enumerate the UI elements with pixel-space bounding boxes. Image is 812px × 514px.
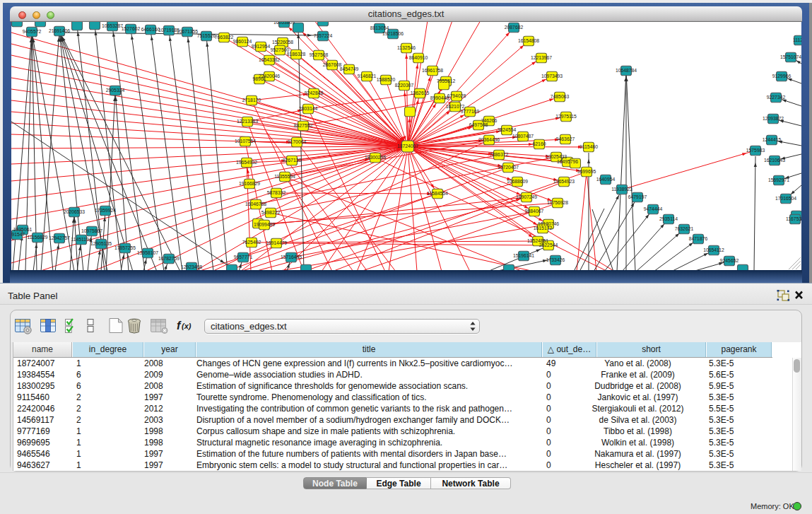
- svg-text:10973493: 10973493: [541, 74, 563, 78]
- svg-text:11451194: 11451194: [71, 237, 91, 242]
- svg-text:1362615: 1362615: [411, 90, 430, 95]
- svg-text:8454749: 8454749: [340, 66, 359, 71]
- svg-text:16543382: 16543382: [259, 57, 280, 62]
- svg-text:19218506: 19218506: [382, 31, 404, 36]
- svg-text:1733426: 1733426: [546, 257, 565, 262]
- svg-text:(x): (x): [182, 322, 192, 330]
- svg-text:11156829: 11156829: [27, 235, 47, 240]
- svg-text:12213383: 12213383: [237, 119, 258, 124]
- svg-text:2522544: 2522544: [539, 243, 558, 247]
- svg-text:1640954: 1640954: [596, 177, 616, 182]
- svg-text:21691406: 21691406: [49, 28, 70, 33]
- svg-text:18300295: 18300295: [365, 155, 386, 160]
- svg-text:6466160: 6466160: [141, 27, 160, 32]
- svg-text:1935061: 1935061: [13, 227, 33, 232]
- svg-text:1167533: 1167533: [786, 216, 801, 221]
- svg-text:17016504: 17016504: [775, 196, 796, 201]
- svg-text:13958107: 13958107: [137, 250, 158, 255]
- svg-text:12942757: 12942757: [49, 235, 70, 240]
- svg-text:18907249: 18907249: [516, 194, 537, 199]
- svg-text:9115460: 9115460: [579, 144, 598, 149]
- svg-text:10654112: 10654112: [703, 247, 724, 252]
- svg-text:12923468: 12923468: [181, 264, 202, 269]
- svg-text:9474444: 9474444: [644, 206, 663, 211]
- svg-text:9777169: 9777169: [461, 109, 480, 114]
- svg-text:19099489: 19099489: [254, 222, 275, 227]
- svg-text:17857255: 17857255: [114, 245, 136, 250]
- svg-text:16961758: 16961758: [422, 68, 443, 73]
- svg-text:10653287: 10653287: [102, 23, 123, 28]
- svg-text:9242848: 9242848: [305, 90, 324, 95]
- svg-text:20206533: 20206533: [64, 209, 85, 214]
- svg-text:15196141: 15196141: [513, 253, 534, 258]
- svg-text:8220307: 8220307: [395, 83, 414, 88]
- svg-text:9227342: 9227342: [767, 95, 786, 100]
- svg-text:3824554: 3824554: [498, 127, 517, 132]
- svg-text:19756928: 19756928: [547, 200, 568, 205]
- svg-text:18724007: 18724007: [397, 144, 418, 148]
- svg-text:9129966: 9129966: [772, 74, 792, 78]
- svg-text:16782759: 16782759: [158, 256, 180, 261]
- svg-text:9527508: 9527508: [310, 52, 329, 57]
- svg-text:8267130: 8267130: [283, 158, 302, 163]
- svg-text:10688609: 10688609: [507, 179, 528, 184]
- svg-text:9860124: 9860124: [233, 39, 252, 44]
- svg-text:5498222: 5498222: [261, 210, 281, 215]
- svg-text:16210643: 16210643: [764, 158, 785, 163]
- svg-text:1575983: 1575983: [746, 148, 765, 153]
- svg-text:10975867: 10975867: [81, 228, 102, 233]
- svg-text:f: f: [177, 320, 182, 332]
- svg-text:20364436: 20364436: [478, 137, 500, 142]
- svg-text:12213967: 12213967: [531, 55, 552, 60]
- svg-text:9170064: 9170064: [288, 139, 307, 144]
- svg-text:9245652: 9245652: [720, 258, 739, 263]
- svg-text:2718170: 2718170: [242, 98, 261, 103]
- svg-text:9884067: 9884067: [525, 209, 544, 214]
- svg-text:19166829: 19166829: [239, 181, 260, 186]
- svg-text:7886372: 7886372: [490, 152, 509, 157]
- svg-text:6479197: 6479197: [628, 194, 647, 199]
- svg-text:15751074: 15751074: [780, 54, 801, 59]
- svg-text:62160: 62160: [533, 141, 546, 146]
- svg-text:16053809: 16053809: [273, 22, 295, 25]
- svg-text:19654932: 19654932: [236, 160, 257, 165]
- svg-text:16154808: 16154808: [518, 38, 539, 43]
- svg-text:9405572: 9405572: [23, 29, 42, 34]
- svg-text:9699695: 9699695: [577, 169, 596, 174]
- svg-text:12975115: 12975115: [555, 114, 577, 119]
- svg-text:9146821: 9146821: [358, 74, 377, 78]
- svg-text:1527602: 1527602: [122, 26, 141, 31]
- svg-text:8471876: 8471876: [689, 236, 708, 241]
- svg-text:8186328: 8186328: [287, 52, 306, 57]
- svg-text:10648784: 10648784: [616, 68, 637, 73]
- svg-text:10025433: 10025433: [546, 154, 567, 159]
- svg-text:12905135: 12905135: [90, 241, 112, 246]
- svg-text:16046788: 16046788: [245, 201, 266, 206]
- svg-text:15716485: 15716485: [281, 255, 302, 259]
- svg-text:7955812: 7955812: [437, 78, 456, 83]
- svg-text:10807487: 10807487: [512, 134, 534, 139]
- svg-text:7625402: 7625402: [242, 240, 261, 245]
- svg-text:6497508: 6497508: [469, 122, 488, 127]
- svg-text:1621072: 1621072: [446, 104, 465, 109]
- svg-text:22420046: 22420046: [259, 74, 280, 78]
- svg-text:15720407: 15720407: [498, 165, 519, 170]
- svg-text:8427552: 8427552: [294, 123, 313, 128]
- svg-text:991547: 991547: [11, 232, 25, 237]
- svg-text:8813054: 8813054: [370, 25, 389, 30]
- svg-text:19654923: 19654923: [553, 179, 575, 184]
- svg-text:11123: 11123: [793, 37, 801, 42]
- svg-text:7663822: 7663822: [215, 35, 234, 40]
- svg-text:1244415: 1244415: [763, 137, 782, 142]
- svg-text:6794028: 6794028: [447, 93, 466, 98]
- svg-text:7485063: 7485063: [551, 94, 570, 99]
- svg-text:1588520: 1588520: [377, 77, 396, 82]
- svg-text:5878332: 5878332: [267, 190, 286, 195]
- svg-text:16914479: 16914479: [266, 240, 287, 245]
- svg-text:11938923: 11938923: [611, 187, 632, 192]
- svg-text:15692971: 15692971: [768, 177, 789, 182]
- svg-text:1132546: 1132546: [397, 45, 416, 50]
- svg-text:10107554: 10107554: [235, 139, 256, 144]
- svg-text:10671355: 10671355: [177, 29, 198, 34]
- svg-text:7515526: 7515526: [197, 33, 216, 38]
